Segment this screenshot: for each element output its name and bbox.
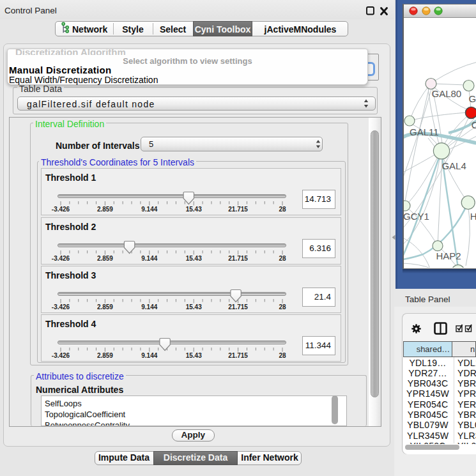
svg-text:GAL11: GAL11	[410, 127, 439, 137]
svg-text:C: C	[472, 119, 476, 130]
svg-text:GAL8: GAL8	[469, 93, 476, 104]
svg-text:HAP2: HAP2	[436, 250, 461, 261]
svg-text:GAL4: GAL4	[441, 160, 466, 171]
svg-text:HIS: HIS	[470, 211, 476, 222]
svg-text:GCY1: GCY1	[404, 211, 429, 222]
svg-text:GAL80: GAL80	[432, 88, 462, 99]
